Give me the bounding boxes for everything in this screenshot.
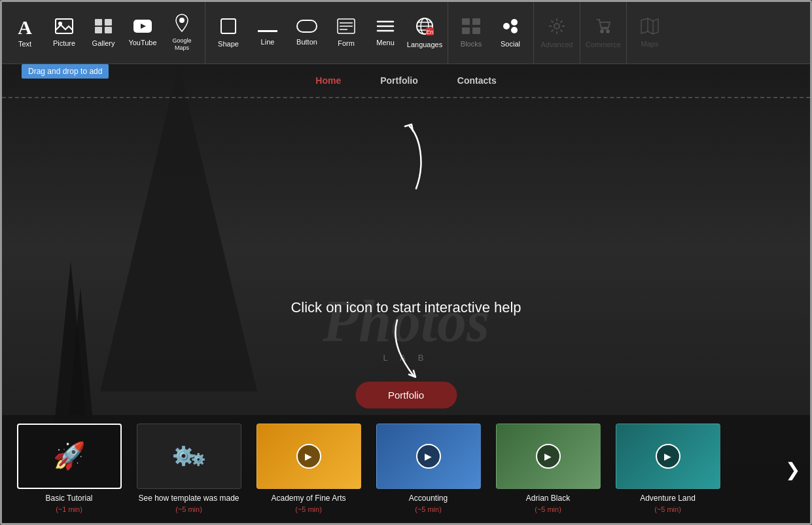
tool-gallery-label: Gallery [92, 39, 115, 47]
svg-rect-5 [105, 27, 112, 33]
tutorial-title-academy: Academy of Fine Arts (~5 min) [271, 493, 345, 515]
svg-point-30 [503, 23, 510, 29]
main-content: Home Portfolio Contacts Click on icon to… [2, 64, 810, 523]
tool-button-label: Button [296, 38, 317, 46]
svg-rect-26 [462, 18, 470, 25]
svg-rect-9 [221, 19, 236, 33]
maps-icon [640, 18, 660, 37]
tutorial-card-adventure[interactable]: ▶ Adventure Land (~5 min) [610, 424, 725, 515]
tutorial-card-accounting[interactable]: ▶ Accounting (~5 min) [371, 424, 485, 515]
tutorial-thumb-accounting: ▶ [376, 424, 481, 489]
tool-youtube[interactable]: YouTube [123, 5, 162, 61]
tutorial-time-academy: (~5 min) [295, 505, 322, 513]
gallery-icon [94, 18, 113, 37]
toolbar-group-5: Commerce [580, 2, 627, 63]
line-icon [258, 20, 277, 35]
tutorial-title-adrian: Adrian Black (~5 min) [526, 493, 570, 515]
help-section: Click on icon to start interactive help [291, 299, 521, 316]
rocket-icon: 🚀 [53, 441, 86, 471]
tutorial-title-basic: Basic Tutorial (~1 min) [45, 493, 92, 515]
blocks-icon [461, 18, 481, 37]
tool-form-label: Form [338, 39, 355, 47]
text-icon: A [18, 18, 32, 37]
button-icon [296, 20, 317, 35]
svg-point-31 [511, 19, 518, 26]
svg-rect-27 [472, 18, 480, 25]
svg-text:En: En [426, 29, 433, 35]
tutorial-thumb-academy: ▶ [256, 424, 361, 489]
tutorial-title-accounting: Accounting (~5 min) [409, 493, 448, 515]
tool-maps[interactable]: Maps [630, 5, 669, 61]
tutorial-thumb-adventure: ▶ [616, 424, 720, 489]
curved-arrow [380, 123, 432, 204]
google-maps-icon [175, 14, 189, 35]
svg-point-34 [601, 30, 603, 33]
play-button-accounting[interactable]: ▶ [416, 444, 441, 469]
svg-rect-0 [56, 19, 73, 33]
tutorial-card-adrian[interactable]: ▶ Adrian Black (~5 min) [491, 424, 605, 515]
svg-point-32 [511, 27, 518, 33]
tool-shape-label: Shape [218, 40, 239, 48]
tool-advanced[interactable]: Advanced [537, 5, 576, 61]
tool-social[interactable]: Social [491, 5, 530, 61]
svg-rect-28 [462, 27, 470, 34]
tutorial-card-academy[interactable]: ▶ Academy of Fine Arts (~5 min) [251, 424, 366, 515]
toolbar-group-2: Shape Line Button [205, 2, 448, 63]
play-button-adventure[interactable]: ▶ [656, 444, 680, 469]
help-text: Click on icon to start interactive help [291, 299, 521, 316]
thumb-bg-template: ⚙️⚙️ [137, 424, 241, 488]
nav-contacts[interactable]: Contacts [457, 75, 497, 86]
play-button-adrian[interactable]: ▶ [536, 444, 561, 469]
svg-rect-11 [297, 20, 317, 32]
tutorial-title-template: See how template was made (~5 min) [138, 493, 239, 515]
tutorial-thumb-basic: 🚀 [17, 424, 122, 489]
svg-point-35 [607, 30, 609, 33]
advanced-icon [548, 17, 566, 38]
shape-icon [220, 18, 237, 37]
play-button-academy[interactable]: ▶ [296, 444, 321, 469]
tool-youtube-label: YouTube [128, 39, 156, 46]
nav-portfolio[interactable]: Portfolio [380, 75, 418, 86]
commerce-icon [594, 17, 612, 38]
tool-line-label: Line [261, 38, 275, 46]
tutorial-thumb-adrian: ▶ [496, 424, 601, 489]
tool-button[interactable]: Button [287, 5, 327, 61]
tool-languages-label: Languages [407, 41, 442, 48]
svg-rect-3 [105, 19, 112, 26]
gears-icon: ⚙️⚙️ [172, 445, 205, 467]
tutorial-title-adventure: Adventure Land (~5 min) [640, 493, 696, 515]
tool-google-maps[interactable]: Google Maps [162, 5, 202, 61]
tool-form[interactable]: Form [327, 5, 366, 61]
svg-rect-10 [258, 30, 277, 32]
tool-commerce[interactable]: Commerce [584, 5, 623, 61]
tool-gallery[interactable]: Gallery [84, 5, 123, 61]
tutorial-time-template: (~5 min) [175, 505, 202, 513]
tutorial-card-template[interactable]: ⚙️⚙️ See how template was made (~5 min) [132, 424, 246, 515]
svg-point-33 [554, 24, 559, 29]
svg-marker-36 [641, 18, 658, 34]
nav-home[interactable]: Home [315, 75, 341, 86]
svg-rect-4 [95, 27, 102, 33]
curved-arrow-2 [391, 317, 430, 385]
svg-point-8 [179, 18, 185, 23]
tool-languages[interactable]: En Languages [405, 5, 444, 61]
next-arrow[interactable]: ❯ [785, 458, 800, 480]
menu-icon [376, 19, 395, 36]
tool-picture[interactable]: Picture [44, 5, 84, 61]
tutorial-time-basic: (~1 min) [56, 505, 82, 513]
portfolio-button[interactable]: Portfolio [355, 382, 457, 408]
tutorial-time-adrian: (~5 min) [535, 505, 561, 513]
tool-text[interactable]: A Text [5, 5, 44, 61]
toolbar-group-3: Blocks Social [448, 2, 534, 63]
drag-drop-tooltip: Drag and drop to add [22, 64, 109, 79]
tool-shape[interactable]: Shape [209, 5, 248, 61]
tool-menu[interactable]: Menu [366, 5, 405, 61]
thumb-bg-accounting: ▶ [377, 424, 480, 488]
thumb-bg-academy: ▶ [257, 424, 361, 488]
tutorial-card-basic[interactable]: 🚀 Basic Tutorial (~1 min) [12, 424, 126, 515]
tool-blocks[interactable]: Blocks [451, 5, 491, 61]
tool-commerce-label: Commerce [586, 41, 621, 48]
thumb-bg-basic: 🚀 [18, 425, 120, 488]
svg-rect-2 [95, 19, 102, 26]
tool-line[interactable]: Line [248, 5, 287, 61]
